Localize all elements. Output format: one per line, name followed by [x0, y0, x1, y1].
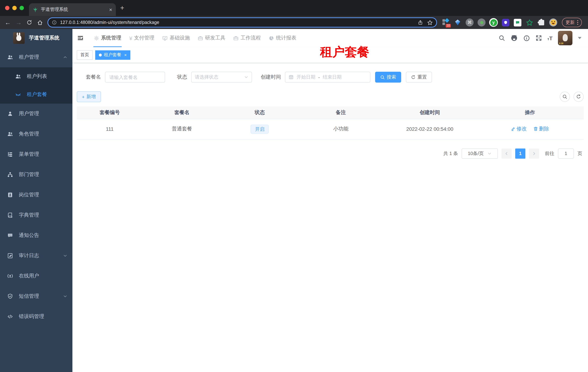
table-toolbar: + 新增	[77, 91, 584, 102]
topnav-item-infrastructure[interactable]: 基础设施	[158, 29, 194, 47]
refresh-table-button[interactable]	[574, 92, 584, 102]
site-info-icon[interactable]	[52, 20, 57, 25]
extensions-area: 10 ⌘ y	[441, 18, 557, 27]
topnav-item-system[interactable]: 系统管理	[90, 29, 125, 47]
page-number-1[interactable]: 1	[515, 148, 525, 159]
profile-avatar-icon[interactable]	[549, 18, 557, 27]
forward-icon[interactable]: →	[16, 19, 22, 26]
add-button[interactable]: + 新增	[77, 91, 101, 102]
header-package-id: 套餐编号	[77, 106, 143, 119]
fullscreen-icon[interactable]	[536, 35, 542, 41]
tab-close-icon[interactable]: ×	[109, 7, 112, 13]
shield-icon	[7, 293, 13, 299]
command-extension-icon[interactable]: ⌘	[465, 18, 474, 27]
tag-home[interactable]: 首页	[77, 50, 93, 60]
sidebar-submenu-tenant: 租户列表 租户套餐	[0, 67, 73, 104]
zoom-window-button[interactable]	[20, 6, 24, 10]
peoples-icon	[7, 54, 13, 60]
dashboard-icon	[269, 35, 274, 41]
code-icon	[7, 314, 13, 319]
page-size-select[interactable]: 10条/页	[462, 148, 498, 159]
range-separator: -	[318, 74, 320, 80]
edit-pencil-icon	[511, 127, 515, 131]
tag-tenant-package[interactable]: 租户套餐 ×	[95, 50, 130, 60]
reload-icon[interactable]	[26, 20, 32, 25]
search-icon[interactable]	[499, 35, 505, 41]
shield-extension-icon[interactable]	[501, 18, 510, 27]
avatar-dropdown-caret-icon[interactable]	[578, 37, 581, 39]
new-tab-button[interactable]: +	[120, 4, 124, 11]
address-bar[interactable]: 127.0.0.1:48080/admin-ui/system/tenant/p…	[47, 17, 437, 28]
sidebar-item-error-code[interactable]: 错误码管理	[0, 307, 73, 327]
share-icon[interactable]	[418, 20, 423, 25]
github-icon[interactable]	[511, 34, 518, 42]
reset-button[interactable]: 重置	[406, 72, 432, 83]
chrome-update-button[interactable]: 更新	[562, 18, 582, 27]
macos-window-controls[interactable]	[5, 6, 24, 10]
package-table: 套餐编号 套餐名 状态 备注 创建时间 操作 111 普通套餐	[77, 106, 584, 139]
delete-link[interactable]: 删除	[533, 126, 549, 132]
sidebar-item-sms-management[interactable]: 短信管理	[0, 286, 73, 307]
sidebar-item-tenant-package[interactable]: 租户套餐	[0, 85, 73, 104]
user-icon	[7, 111, 13, 117]
sidebar-item-online-users[interactable]: 在线用户	[0, 266, 73, 286]
sidebar-collapse-button[interactable]	[73, 29, 88, 47]
sidebar-item-notice[interactable]: 通知公告	[0, 225, 73, 245]
font-size-icon[interactable]: тT	[547, 35, 553, 41]
bookmark-star-icon[interactable]	[427, 20, 433, 25]
next-page-button[interactable]	[529, 148, 539, 159]
topnav-item-dev-tools[interactable]: 研发工具	[194, 29, 229, 47]
sidebar-item-dept-management[interactable]: 部门管理	[0, 164, 73, 185]
table-header-row: 套餐编号 套餐名 状态 备注 创建时间 操作	[77, 106, 584, 119]
filter-form: 套餐名 状态 请选择状态 创建时间 开始日期	[86, 72, 584, 83]
search-button[interactable]: 搜索	[375, 72, 401, 83]
url-text[interactable]: 127.0.0.1:48080/admin-ui/system/tenant/p…	[60, 20, 413, 25]
cell-package-name: 普通套餐	[143, 119, 221, 139]
topnav-item-reports[interactable]: 统计报表	[265, 29, 300, 47]
goto-page-input[interactable]	[558, 148, 574, 159]
topnav-item-payment[interactable]: ¥ 支付管理	[125, 29, 158, 47]
sidebar-item-tenant-management[interactable]: 租户管理	[0, 47, 73, 67]
tag-close-icon[interactable]: ×	[124, 52, 127, 57]
minimize-window-button[interactable]	[12, 6, 17, 10]
sidebar-item-dict-management[interactable]: 字典管理	[0, 205, 73, 225]
package-name-input[interactable]	[105, 72, 165, 83]
sidebar-logo[interactable]: 芋道管理系统	[0, 29, 73, 47]
user-avatar[interactable]: 0:30	[558, 31, 572, 45]
record-extension-icon[interactable]	[477, 18, 486, 27]
status-select[interactable]: 请选择状态	[191, 72, 252, 83]
sidebar-item-menu-management[interactable]: 菜单管理	[0, 144, 73, 164]
sidebar-item-post-management[interactable]: 岗位管理	[0, 185, 73, 205]
sidebar-item-user-management[interactable]: 用户管理	[0, 104, 73, 124]
home-icon[interactable]	[37, 19, 43, 26]
edit-link[interactable]: 修改	[511, 126, 527, 132]
toggle-search-button[interactable]	[560, 92, 570, 102]
help-icon[interactable]	[523, 35, 530, 42]
sidebar-item-audit-log[interactable]: 审计日志	[0, 245, 73, 266]
logo-rabbit-image	[13, 32, 25, 44]
browser-tab[interactable]: 芋道管理系统 ×	[29, 3, 116, 16]
gem-extension-icon[interactable]	[453, 18, 462, 27]
top-menu: 系统管理 ¥ 支付管理 基础设施 研发工具	[90, 29, 300, 47]
tiles-extension-icon[interactable]: 10	[441, 18, 450, 27]
cell-status: 开启	[221, 119, 298, 139]
prev-page-button[interactable]	[502, 148, 512, 159]
plus-icon: +	[82, 94, 84, 99]
chat-extension-icon[interactable]	[513, 18, 522, 27]
topnav-item-workflow[interactable]: 工作流程	[229, 29, 265, 47]
monitor-icon	[162, 35, 168, 41]
sidebar-item-role-management[interactable]: 角色管理	[0, 124, 73, 144]
extensions-puzzle-icon[interactable]	[537, 18, 546, 27]
page-title-watermark: 租户套餐	[320, 44, 369, 61]
eye-icon	[15, 92, 21, 97]
browser-menu-icon[interactable]	[577, 20, 578, 25]
date-range-picker[interactable]: 开始日期 - 结束日期	[285, 72, 370, 83]
chevron-down-icon	[63, 254, 67, 258]
y-extension-icon[interactable]: y	[489, 18, 498, 27]
back-icon[interactable]: ←	[5, 19, 11, 26]
close-window-button[interactable]	[5, 6, 10, 10]
goto-label: 前往	[545, 150, 554, 157]
dict-icon	[7, 212, 13, 218]
sidebar-item-tenant-list[interactable]: 租户列表	[0, 67, 73, 85]
star-extension-icon[interactable]	[525, 18, 534, 27]
